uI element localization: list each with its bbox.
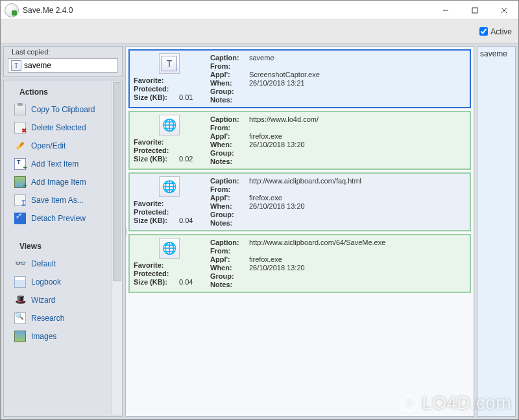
label-when: When:: [210, 264, 249, 272]
minimize-button[interactable]: [431, 1, 460, 19]
label-favorite: Favorite:: [134, 261, 179, 269]
label-caption: Caption:: [210, 54, 249, 62]
app-icon: [5, 3, 19, 18]
delete-icon: [14, 122, 26, 134]
value-caption: saveme: [249, 54, 274, 62]
detach-icon: [14, 213, 26, 224]
clip-item[interactable]: 🌐Favorite:Protected:Size (KB):0.04Captio…: [128, 234, 471, 293]
view-images[interactable]: Images: [4, 327, 112, 345]
splitter-grip[interactable]: ⋮⋮⋮: [125, 229, 128, 235]
label-appl: Appl':: [210, 255, 249, 263]
section-actions: Actions: [4, 82, 112, 100]
item-thumbnail: T: [159, 53, 180, 74]
maximize-button[interactable]: [460, 1, 489, 19]
value-appl: firefox.exe: [249, 194, 282, 202]
value-appl: firefox.exe: [249, 255, 282, 263]
preview-text: saveme: [480, 49, 513, 58]
watermark: LO4D.com: [401, 393, 511, 414]
label-favorite: Favorite:: [134, 76, 179, 84]
last-copied-field[interactable]: T saveme: [8, 58, 118, 73]
content-area: Last copied: T saveme Actions Copy To Cl…: [1, 43, 518, 419]
label-appl: Appl':: [210, 132, 249, 140]
app-window: Save.Me 2.4.0 Active Last copied: T save…: [0, 0, 519, 420]
label-notes: Notes:: [210, 96, 249, 104]
text-icon: T: [162, 56, 177, 71]
view-default[interactable]: 👓Default: [4, 255, 112, 273]
label-caption: Caption:: [210, 115, 249, 123]
label-caption: Caption:: [210, 177, 249, 185]
label-favorite: Favorite:: [134, 200, 179, 207]
label-appl: Appl':: [210, 194, 249, 202]
globe-icon: 🌐: [162, 180, 176, 194]
label-notes: Notes:: [210, 158, 249, 165]
value-caption: https://www.lo4d.com/: [249, 115, 319, 123]
label-notes: Notes:: [210, 219, 249, 227]
label-protected: Protected:: [134, 270, 179, 277]
label-from: From:: [210, 124, 249, 132]
value-when: 26/10/2018 13:20: [249, 202, 305, 210]
wizard-icon: 🎩: [14, 294, 26, 306]
last-copied-label: Last copied:: [8, 48, 54, 56]
images-icon: [14, 331, 26, 342]
research-icon: [14, 312, 26, 324]
action-add-image-item[interactable]: Add Image Item: [4, 173, 112, 191]
sidebar-menu-panel: Actions Copy To Clipboard Delete Selecte…: [3, 80, 123, 417]
label-protected: Protected:: [134, 208, 179, 216]
label-when: When:: [210, 202, 249, 210]
label-group: Group:: [210, 149, 249, 157]
view-wizard[interactable]: 🎩Wizard: [4, 291, 112, 309]
action-open-edit[interactable]: Open/Edit: [4, 137, 112, 155]
action-copy-to-clipboard[interactable]: Copy To Clipboard: [4, 100, 112, 119]
title-bar: Save.Me 2.4.0: [1, 1, 518, 20]
label-group: Group:: [210, 211, 249, 218]
label-protected: Protected:: [134, 146, 179, 154]
view-research[interactable]: Research: [4, 309, 112, 327]
window-controls: [431, 1, 518, 19]
value-when: 26/10/2018 13:20: [249, 141, 305, 148]
label-favorite: Favorite:: [134, 138, 179, 146]
action-delete-selected[interactable]: Delete Selected: [4, 119, 112, 137]
item-thumbnail: 🌐: [159, 238, 180, 259]
pencil-icon: [14, 140, 26, 152]
value-appl: ScreenshotCaptor.exe: [249, 71, 320, 78]
window-title: Save.Me 2.4.0: [23, 6, 73, 15]
value-appl: firefox.exe: [249, 132, 282, 140]
add-text-icon: [14, 158, 26, 170]
label-when: When:: [210, 79, 249, 87]
label-size: Size (KB):: [134, 216, 179, 224]
items-list: TFavorite:Protected:Size (KB):0.01Captio…: [128, 49, 471, 414]
action-add-text-item[interactable]: Add Text Item: [4, 155, 112, 173]
action-detach-preview[interactable]: Detach Preview: [4, 209, 112, 228]
value-when: 26/10/2018 13:20: [249, 264, 305, 272]
clip-item[interactable]: 🌐Favorite:Protected:Size (KB):0.04Captio…: [128, 172, 471, 231]
label-protected: Protected:: [134, 85, 179, 93]
last-copied-value: saveme: [24, 61, 51, 70]
section-views: Views: [4, 237, 112, 255]
label-size: Size (KB):: [134, 155, 179, 163]
svg-rect-1: [472, 8, 477, 13]
value-size: 0.02: [179, 155, 193, 163]
action-save-item-as[interactable]: Save Item As...: [4, 191, 112, 209]
value-size: 0.04: [179, 278, 193, 286]
logbook-icon: [14, 276, 26, 288]
active-checkbox-input[interactable]: [479, 27, 488, 36]
value-caption: http://www.aiclipboard.com/64/SaveMe.exe: [249, 239, 385, 246]
value-when: 26/10/2018 13:21: [249, 79, 305, 87]
add-image-icon: [14, 176, 26, 188]
glasses-icon: 👓: [14, 258, 26, 270]
label-appl: Appl':: [210, 71, 249, 78]
item-thumbnail: 🌐: [159, 115, 180, 135]
view-logbook[interactable]: Logbook: [4, 273, 112, 291]
clip-item[interactable]: TFavorite:Protected:Size (KB):0.01Captio…: [128, 49, 471, 108]
active-checkbox[interactable]: Active: [479, 27, 512, 36]
clip-item[interactable]: 🌐Favorite:Protected:Size (KB):0.02Captio…: [128, 111, 471, 170]
close-button[interactable]: [489, 1, 518, 19]
active-label: Active: [490, 27, 512, 36]
sidebar-scrollbar[interactable]: [112, 82, 122, 414]
label-from: From:: [210, 247, 249, 255]
label-size: Size (KB):: [134, 93, 179, 101]
globe-icon: 🌐: [162, 118, 176, 132]
globe-icon: 🌐: [162, 241, 176, 255]
label-group: Group:: [210, 88, 249, 95]
item-thumbnail: 🌐: [159, 176, 180, 197]
